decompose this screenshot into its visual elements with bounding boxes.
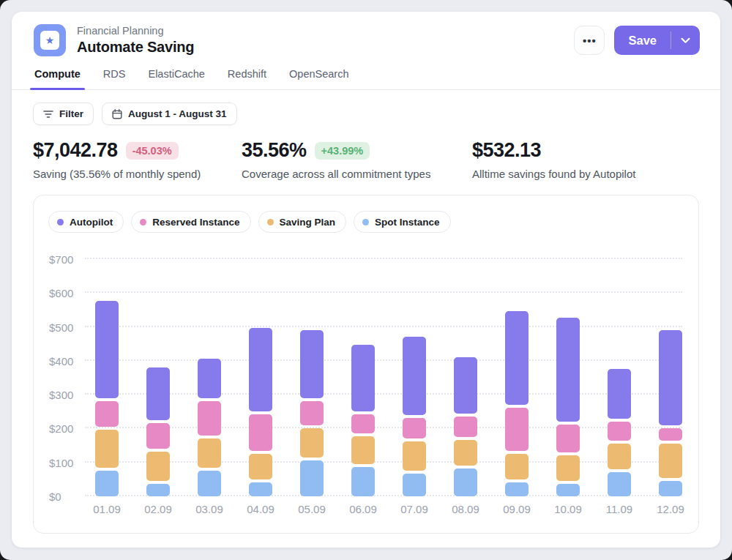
kpi-alltime-savings: $532.13 Alltime savings found by Autopil…: [472, 139, 635, 180]
bar-column-05.09: [286, 259, 337, 496]
bar-segment-reserved-instance[interactable]: [659, 428, 682, 441]
filter-row: Filter August 1 - August 31: [33, 102, 699, 125]
main-content: Filter August 1 - August 31 $7,042.78 -4…: [12, 90, 720, 548]
bar-segment-spot-instance[interactable]: [505, 482, 529, 496]
bar-segment-saving-plan[interactable]: [505, 454, 529, 479]
bar-segment-autopilot[interactable]: [505, 311, 529, 405]
bar-segment-reserved-instance[interactable]: [454, 417, 477, 437]
bar-segment-reserved-instance[interactable]: [300, 401, 324, 425]
bar-segment-spot-instance[interactable]: [198, 471, 221, 496]
legend-label: Spot Instance: [375, 217, 440, 228]
chart-legend: AutopilotReserved InstanceSaving PlanSpo…: [48, 211, 684, 233]
bar-segment-autopilot[interactable]: [146, 367, 170, 420]
legend-dot: [140, 219, 146, 225]
filter-button[interactable]: Filter: [33, 102, 94, 125]
y-tick-label: $300: [49, 389, 78, 401]
bar-segment-reserved-instance[interactable]: [403, 418, 426, 438]
bars-row: [81, 259, 696, 496]
bar-segment-spot-instance[interactable]: [351, 467, 375, 496]
bar-segment-autopilot[interactable]: [95, 301, 119, 398]
bar-segment-spot-instance[interactable]: [454, 468, 477, 496]
more-options-button[interactable]: •••: [574, 26, 605, 55]
y-tick-label: $500: [49, 321, 78, 333]
bar-segment-saving-plan[interactable]: [608, 444, 631, 469]
bar-segment-autopilot[interactable]: [608, 369, 631, 419]
page-title: Automate Saving: [77, 39, 574, 56]
bar-segment-reserved-instance[interactable]: [146, 423, 170, 449]
bar-segment-saving-plan[interactable]: [403, 441, 426, 471]
bar-segment-reserved-instance[interactable]: [198, 401, 221, 436]
bar-segment-spot-instance[interactable]: [249, 482, 272, 496]
legend-label: Reserved Instance: [152, 217, 239, 228]
bar-segment-reserved-instance[interactable]: [95, 401, 119, 427]
bar-segment-spot-instance[interactable]: [146, 484, 170, 496]
bar-segment-autopilot[interactable]: [659, 330, 682, 425]
bar-segment-saving-plan[interactable]: [95, 430, 119, 468]
tab-bar: ComputeRDSElastiCacheRedshiftOpenSearch: [12, 56, 720, 90]
save-dropdown-button[interactable]: [671, 26, 700, 55]
page-background: ★ Financial Planning Automate Saving •••…: [0, 0, 732, 560]
legend-item-autopilot[interactable]: Autopilot: [48, 211, 124, 233]
x-axis-labels: 01.0902.0903.0904.0905.0906.0907.0908.09…: [81, 503, 696, 515]
legend-item-reserved-instance[interactable]: Reserved Instance: [131, 211, 250, 233]
bar-stack: [351, 345, 375, 496]
legend-item-spot-instance[interactable]: Spot Instance: [354, 211, 451, 233]
bar-segment-spot-instance[interactable]: [300, 460, 324, 496]
tab-opensearch[interactable]: OpenSearch: [288, 67, 349, 89]
plot-area: $0$100$200$300$400$500$600$700: [48, 259, 684, 496]
bar-segment-autopilot[interactable]: [403, 337, 426, 415]
app-window: ★ Financial Planning Automate Saving •••…: [12, 12, 720, 548]
legend-item-saving-plan[interactable]: Saving Plan: [258, 211, 347, 233]
bar-segment-saving-plan[interactable]: [351, 436, 375, 464]
bar-segment-saving-plan[interactable]: [659, 444, 682, 478]
tab-redshift[interactable]: Redshift: [227, 67, 267, 89]
bar-segment-spot-instance[interactable]: [659, 481, 682, 496]
date-range-button[interactable]: August 1 - August 31: [102, 102, 237, 125]
chevron-down-icon: [681, 37, 690, 44]
bar-stack: [249, 328, 272, 496]
x-tick-label: 11.09: [594, 503, 645, 515]
save-split-button[interactable]: Save: [614, 26, 700, 55]
legend-dot: [362, 219, 369, 225]
bar-segment-reserved-instance[interactable]: [556, 425, 580, 452]
bar-segment-spot-instance[interactable]: [403, 474, 426, 496]
bar-segment-autopilot[interactable]: [198, 359, 221, 398]
bar-segment-saving-plan[interactable]: [146, 452, 170, 481]
header-text: Financial Planning Automate Saving: [77, 25, 574, 56]
bar-segment-autopilot[interactable]: [249, 328, 272, 411]
bar-stack: [454, 357, 477, 496]
x-tick-label: 10.09: [542, 503, 594, 515]
y-tick-label: $700: [49, 253, 78, 266]
bar-segment-autopilot[interactable]: [300, 330, 324, 398]
bar-segment-reserved-instance[interactable]: [351, 414, 375, 433]
calendar-icon: [112, 109, 122, 119]
bar-segment-reserved-instance[interactable]: [505, 408, 529, 450]
bar-segment-saving-plan[interactable]: [556, 455, 580, 481]
bar-stack: [505, 311, 529, 496]
bar-stack: [198, 359, 221, 496]
bar-segment-autopilot[interactable]: [454, 357, 477, 414]
date-range-label: August 1 - August 31: [128, 108, 227, 119]
bar-segment-autopilot[interactable]: [556, 318, 580, 422]
tab-rds[interactable]: RDS: [102, 67, 127, 89]
bar-segment-spot-instance[interactable]: [608, 472, 631, 496]
bar-segment-autopilot[interactable]: [351, 345, 375, 411]
bar-segment-reserved-instance[interactable]: [608, 422, 631, 441]
bar-segment-saving-plan[interactable]: [249, 454, 272, 479]
save-button[interactable]: Save: [614, 26, 671, 55]
bar-segment-saving-plan[interactable]: [300, 428, 324, 458]
bar-segment-spot-instance[interactable]: [556, 484, 580, 496]
tab-compute[interactable]: Compute: [34, 67, 81, 89]
bar-segment-saving-plan[interactable]: [198, 438, 221, 468]
bar-segment-spot-instance[interactable]: [95, 471, 119, 496]
bar-stack: [659, 330, 682, 496]
bar-column-08.09: [440, 259, 491, 496]
kpi-row: $7,042.78 -45.03% Saving (35.56% of mont…: [33, 139, 699, 180]
bar-stack: [403, 337, 426, 496]
bar-segment-reserved-instance[interactable]: [249, 414, 272, 450]
breadcrumb: Financial Planning: [77, 25, 574, 37]
bar-column-06.09: [337, 259, 389, 496]
bar-segment-saving-plan[interactable]: [454, 440, 477, 466]
bar-stack: [608, 369, 631, 496]
tab-elasticache[interactable]: ElastiCache: [147, 67, 205, 89]
